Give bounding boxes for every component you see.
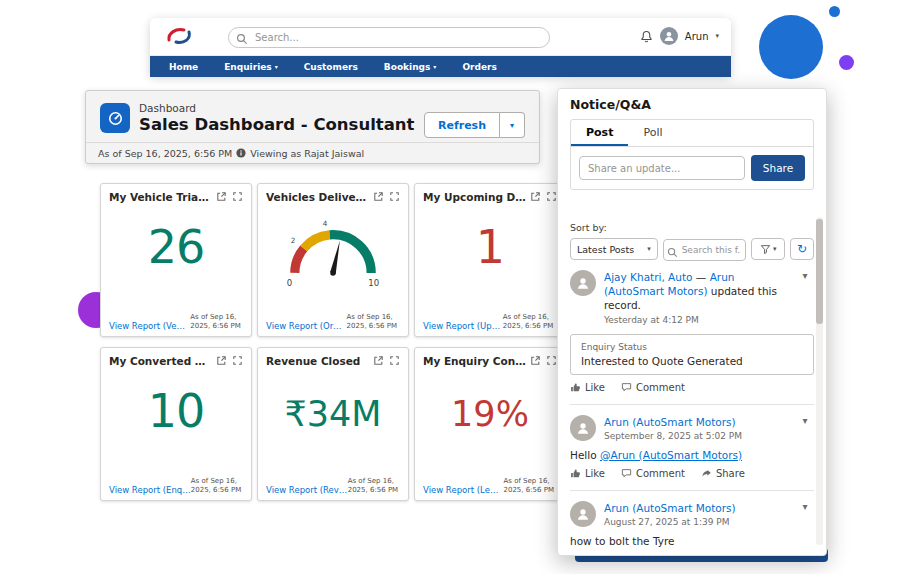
feed-divider — [570, 490, 814, 491]
decor-purple-dot — [839, 55, 854, 70]
refresh-button[interactable]: Refresh — [424, 112, 500, 138]
feed-post: Ajay Khatri, Auto — Arun (AutoSmart Moto… — [570, 270, 814, 405]
share-update-input[interactable] — [579, 156, 745, 180]
comment-icon — [621, 382, 632, 393]
open-new-window-icon[interactable] — [373, 191, 384, 202]
decor-blue-dot — [829, 6, 840, 17]
feed-controls: Latest Posts▾ ▾ ↻ — [570, 238, 814, 260]
chevron-down-icon: ▾ — [433, 64, 436, 70]
post-menu-chevron-icon[interactable]: ▾ — [796, 415, 814, 426]
filter-button[interactable]: ▾ — [751, 238, 785, 260]
open-new-window-icon[interactable] — [530, 355, 541, 366]
nav-item-orders[interactable]: Orders — [449, 56, 509, 77]
brand-logo — [164, 25, 194, 51]
thumbs-up-icon — [570, 468, 581, 479]
gauge-segment-red — [295, 248, 304, 272]
card-as-of: As of Sep 16, 2025, 6:56 PM — [191, 477, 246, 495]
metric-value: 1 — [415, 220, 565, 274]
feed-search — [663, 238, 747, 260]
user-menu[interactable]: Arun — [685, 31, 709, 42]
dashboard-icon — [100, 103, 130, 133]
refresh-icon: ↻ — [797, 243, 807, 255]
nav-item-customers[interactable]: Customers — [291, 56, 371, 77]
card-as-of: As of Sep 16, 2025, 6:56 PM — [348, 477, 403, 495]
share-post-button[interactable]: Share — [701, 468, 745, 479]
view-report-link[interactable]: View Report (Lead ... — [423, 485, 503, 495]
expand-icon[interactable] — [546, 191, 557, 202]
comment-button[interactable]: Comment — [621, 468, 685, 479]
metric-value: 10 — [101, 384, 251, 438]
chevron-down-icon: ▾ — [773, 246, 777, 253]
nav-item-enquiries[interactable]: Enquiries▾ — [211, 56, 291, 77]
expand-icon[interactable] — [546, 355, 557, 366]
post-menu-chevron-icon[interactable]: ▾ — [796, 501, 814, 512]
feed-publisher: Post Poll Share — [570, 119, 814, 190]
expand-icon[interactable] — [232, 355, 243, 366]
post-body: how to bolt the Tyre — [570, 535, 814, 547]
share-icon — [701, 468, 712, 479]
open-new-window-icon[interactable] — [216, 355, 227, 366]
decor-blue-circle — [759, 15, 823, 79]
view-report-link[interactable]: View Report (Vehicl... — [109, 321, 190, 331]
tab-post[interactable]: Post — [571, 120, 628, 146]
like-button[interactable]: Like — [570, 382, 605, 393]
nav-item-bookings[interactable]: Bookings▾ — [371, 56, 450, 77]
comment-button[interactable]: Comment — [621, 382, 685, 393]
card-title: My Vehicle Trials today — [109, 191, 212, 203]
chevron-down-icon: ▾ — [647, 246, 651, 253]
expand-icon[interactable] — [389, 191, 400, 202]
refresh-menu-button[interactable]: ▾ — [500, 112, 525, 138]
record-update-box: Enquiry Status Interested to Quote Gener… — [570, 334, 814, 375]
avatar[interactable] — [570, 501, 596, 527]
dashboard-grid: My Vehicle Trials today 26 View Report (… — [100, 183, 566, 501]
expand-icon[interactable] — [389, 355, 400, 366]
gauge-needle — [330, 241, 340, 274]
post-author-link[interactable]: Ajay Khatri, Auto — [604, 271, 692, 283]
post-timestamp: August 27, 2025 at 1:39 PM — [604, 517, 796, 527]
post-author-link[interactable]: Arun (AutoSmart Motors) — [604, 416, 736, 428]
tab-poll[interactable]: Poll — [628, 120, 677, 146]
app-header: Arun ▾ — [150, 18, 731, 56]
card-title: Revenue Closed — [266, 355, 369, 367]
open-new-window-icon[interactable] — [216, 191, 227, 202]
metric-card-revenue-closed: Revenue Closed ₹34M View Report (Reven..… — [257, 347, 409, 501]
card-as-of: As of Sep 16, 2025, 6:56 PM — [503, 313, 560, 331]
mention-link[interactable]: @Arun (AutoSmart Motors) — [600, 449, 742, 461]
avatar[interactable] — [570, 415, 596, 441]
post-menu-chevron-icon[interactable]: ▾ — [796, 270, 814, 281]
panel-title: Notice/Q&A — [570, 97, 814, 112]
nav-item-home[interactable]: Home — [156, 56, 211, 77]
expand-icon[interactable] — [232, 191, 243, 202]
global-search-input[interactable] — [228, 27, 550, 48]
app-window: Arun ▾ Home Enquiries▾ Customers Booking… — [150, 18, 731, 76]
scrollbar-thumb[interactable] — [816, 219, 823, 324]
feed-refresh-button[interactable]: ↻ — [790, 238, 814, 260]
metric-card-upcoming-delivery: My Upcoming Delivery (this we... 1 View … — [414, 183, 566, 337]
info-icon[interactable] — [236, 148, 246, 158]
view-report-link[interactable]: View Report (Enquir... — [109, 485, 191, 495]
card-as-of: As of Sep 16, 2025, 6:56 PM — [503, 477, 560, 495]
gauge-tick-label: 4 — [323, 219, 328, 228]
view-report-link[interactable]: View Report (Upco... — [423, 321, 503, 331]
avatar[interactable] — [570, 270, 596, 296]
card-as-of: As of Sep 16, 2025, 6:56 PM — [190, 313, 246, 331]
user-avatar[interactable] — [660, 27, 678, 45]
chevron-down-icon[interactable]: ▾ — [715, 33, 719, 40]
open-new-window-icon[interactable] — [373, 355, 384, 366]
sort-select[interactable]: Latest Posts▾ — [570, 238, 658, 260]
view-report-link[interactable]: View Report (Reven... — [266, 485, 348, 495]
open-new-window-icon[interactable] — [530, 191, 541, 202]
scrollbar-track[interactable] — [816, 217, 823, 545]
notifications-bell-icon[interactable] — [640, 30, 653, 43]
dashboard-meta: As of Sep 16, 2025, 6:56 PM Viewing as R… — [86, 142, 539, 163]
post-body: Hello @Arun (AutoSmart Motors) — [570, 449, 814, 461]
share-button[interactable]: Share — [751, 155, 805, 181]
thumbs-up-icon — [570, 382, 581, 393]
as-of-text: As of Sep 16, 2025, 6:56 PM — [98, 148, 232, 159]
view-report-link[interactable]: View Report (Order... — [266, 321, 347, 331]
like-button[interactable]: Like — [570, 468, 605, 479]
post-author-link[interactable]: Arun (AutoSmart Motors) — [604, 502, 736, 514]
sort-by-label: Sort by: — [570, 222, 814, 233]
feed-divider — [570, 404, 814, 405]
gauge-chart: 0 10 2 4 — [267, 211, 399, 290]
